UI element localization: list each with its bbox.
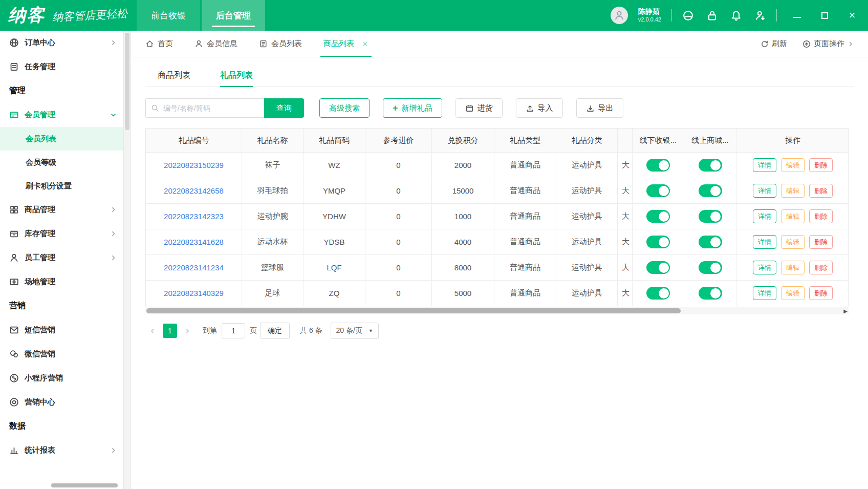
edit-button[interactable]: 编辑 (781, 235, 805, 249)
sidebar-item-miniprogram-marketing[interactable]: 小程序营销 (0, 366, 124, 390)
detail-button[interactable]: 详情 (753, 184, 776, 198)
lock-icon[interactable] (706, 10, 718, 22)
breadcrumb-tab-member-info[interactable]: 会员信息 (194, 31, 237, 57)
sidebar-item-member-manage[interactable]: 会员管理 (0, 103, 124, 127)
column-header: 礼品简码 (303, 129, 365, 152)
client-download-icon[interactable] (754, 10, 766, 22)
delete-button[interactable]: 删除 (809, 286, 833, 300)
user-avatar-icon (614, 10, 625, 21)
online-mall-toggle[interactable] (699, 159, 722, 172)
goto-page-input[interactable] (222, 323, 245, 338)
current-page[interactable]: 1 (163, 324, 177, 338)
browser-icon[interactable] (682, 10, 694, 22)
detail-button[interactable]: 详情 (753, 209, 776, 223)
gift-code-link[interactable]: 20220823150239 (164, 161, 224, 169)
tab-gift-list[interactable]: 礼品列表 (220, 65, 253, 87)
import-button[interactable]: 导入 (516, 98, 563, 118)
search-button[interactable]: 查询 (264, 98, 304, 118)
gift-code-link[interactable]: 20220823142658 (164, 186, 224, 195)
next-page-button[interactable]: › (180, 324, 194, 338)
page-ops-button[interactable]: 页面操作 (802, 39, 854, 49)
delete-button[interactable]: 删除 (809, 235, 833, 249)
export-icon (586, 104, 595, 113)
edit-button[interactable]: 编辑 (781, 184, 805, 198)
delete-button[interactable]: 删除 (809, 261, 833, 274)
page-ops-label: 页面操作 (814, 39, 844, 49)
sidebar-hscrollbar-thumb[interactable] (51, 483, 118, 487)
detail-button[interactable]: 详情 (753, 158, 776, 172)
close-tab-icon[interactable] (362, 40, 368, 47)
scroll-right-arrow[interactable]: ▶ (843, 307, 848, 314)
sidebar-item-wechat-marketing[interactable]: 微信营销 (0, 342, 124, 366)
search-input[interactable] (163, 104, 259, 112)
sidebar-item-goods-manage[interactable]: 商品管理 (0, 198, 124, 222)
sidebar-item-venue-manage[interactable]: 场地管理 (0, 270, 124, 294)
advanced-search-button[interactable]: 高级搜索 (319, 98, 370, 118)
confirm-button[interactable]: 确定 (260, 323, 290, 339)
breadcrumb-tab-goods-list[interactable]: 商品列表 (323, 31, 368, 57)
bell-icon[interactable] (730, 10, 742, 22)
add-gift-button[interactable]: +新增礼品 (383, 98, 442, 118)
miniprogram-icon (9, 373, 19, 383)
edit-button[interactable]: 编辑 (781, 261, 805, 274)
offline-cashier-toggle[interactable] (646, 287, 670, 300)
window-controls: × (790, 9, 859, 22)
tab-goods-list[interactable]: 商品列表 (158, 65, 190, 87)
offline-cashier-toggle[interactable] (646, 261, 670, 274)
top-tab-front-cashier[interactable]: 前台收银 (137, 0, 200, 31)
refresh-button[interactable]: 刷新 (761, 39, 787, 49)
sidebar-item-inventory-manage[interactable]: 库存管理 (0, 222, 124, 246)
sidebar-scrollbar-thumb[interactable] (125, 33, 129, 130)
breadcrumb-tab-home[interactable]: 首页 (145, 31, 173, 57)
purchase-button[interactable]: 进货 (455, 98, 503, 118)
delete-button[interactable]: 删除 (809, 158, 833, 172)
gift-code-link[interactable]: 20220823142323 (164, 212, 224, 221)
sidebar-item-label: 场地管理 (25, 277, 55, 287)
breadcrumb-tab-member-list[interactable]: 会员列表 (259, 31, 302, 57)
sidebar-item-task-manage[interactable]: 任务管理 (0, 55, 124, 79)
online-mall-toggle[interactable] (699, 236, 722, 248)
online-mall-toggle[interactable] (699, 287, 722, 300)
gift-code-link[interactable]: 20220823141234 (164, 263, 224, 272)
close-button[interactable]: × (845, 9, 859, 22)
edit-button[interactable]: 编辑 (781, 158, 805, 172)
online-mall-toggle[interactable] (699, 261, 722, 274)
chevron-down-icon (110, 112, 117, 118)
offline-cashier-toggle[interactable] (646, 210, 670, 223)
online-mall-toggle[interactable] (699, 184, 722, 197)
offline-cashier-toggle[interactable] (646, 236, 670, 248)
gift-code-link[interactable]: 20220823140329 (164, 289, 224, 297)
detail-button[interactable]: 详情 (753, 235, 776, 249)
detail-button[interactable]: 详情 (753, 286, 776, 300)
advanced-search-label: 高级搜索 (329, 103, 360, 113)
minimize-button[interactable] (790, 9, 804, 22)
edit-button[interactable]: 编辑 (781, 286, 805, 300)
sidebar-subitem-member-level[interactable]: 会员等级 (0, 151, 124, 174)
offline-cashier-toggle[interactable] (646, 184, 670, 197)
edit-button[interactable]: 编辑 (781, 209, 805, 223)
gift-code-link[interactable]: 20220823141628 (164, 238, 224, 246)
staff-icon (9, 253, 19, 263)
prev-page-button[interactable]: ‹ (145, 324, 160, 338)
chevron-right-icon (110, 447, 117, 454)
sidebar-item-marketing-center[interactable]: 营销中心 (0, 390, 124, 414)
sidebar-item-statistic-report[interactable]: 统计报表 (0, 438, 124, 462)
sidebar-item-staff-manage[interactable]: 员工管理 (0, 246, 124, 270)
horizontal-scrollbar-thumb[interactable] (146, 308, 681, 313)
export-button[interactable]: 导出 (576, 98, 623, 118)
sidebar-subitem-card-points-setting[interactable]: 刷卡积分设置 (0, 174, 124, 198)
sidebar-item-order-center[interactable]: 订单中心 (0, 31, 124, 55)
sidebar-subitem-member-list[interactable]: 会员列表 (0, 127, 124, 151)
delete-button[interactable]: 删除 (809, 184, 833, 198)
delete-button[interactable]: 删除 (809, 209, 833, 223)
sidebar-item-sms-marketing[interactable]: 短信营销 (0, 318, 124, 342)
online-mall-toggle[interactable] (699, 210, 722, 223)
home-icon (145, 39, 154, 48)
sidebar-scrollbar[interactable] (123, 31, 131, 489)
offline-cashier-toggle[interactable] (646, 159, 670, 172)
top-tab-back-admin[interactable]: 后台管理 (202, 0, 265, 31)
detail-button[interactable]: 详情 (753, 261, 776, 274)
avatar[interactable] (611, 7, 628, 24)
maximize-button[interactable] (818, 9, 831, 22)
page-size-select[interactable]: 20 条/页 ▼ (331, 323, 379, 339)
